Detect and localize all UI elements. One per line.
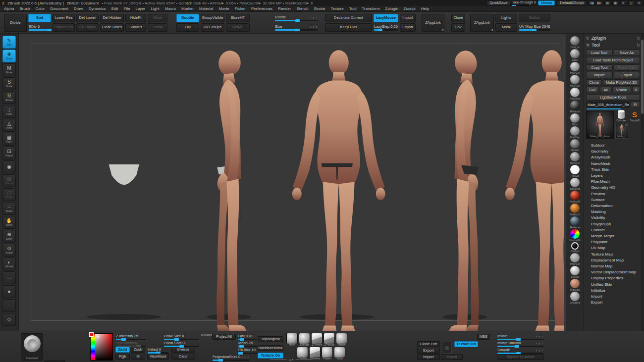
material-zmetal-18[interactable]: ZMetal <box>567 266 584 278</box>
slider-focal-shift-0[interactable]: Focal Shift 0 <box>163 340 199 348</box>
button-mask[interactable]: Mask <box>495 23 517 32</box>
material-jellybea-20[interactable]: JellyBea <box>567 292 584 304</box>
menu-macro[interactable]: Macro <box>165 6 176 11</box>
menu-zplugin[interactable]: Zplugin <box>385 6 398 11</box>
tool-male-035-animation-ready[interactable]: Male_035_Animation_Ready_ <box>586 102 630 108</box>
button-divide[interactable]: Divide <box>4 14 27 32</box>
left-shelf-scale[interactable]: SScale <box>2 77 16 90</box>
slider-handle[interactable] <box>378 29 382 31</box>
menu-marker[interactable]: Marker <box>181 6 194 11</box>
section-morph-target[interactable]: Morph Target <box>586 233 640 239</box>
material-reflecte-14[interactable]: Reflecte <box>567 216 584 229</box>
button-export-dim[interactable]: Export <box>441 354 463 360</box>
section-display-properties[interactable]: Display Properties <box>586 275 640 281</box>
button-del-lower[interactable]: Del Lower <box>76 14 99 22</box>
saturation-value-area[interactable] <box>95 334 112 360</box>
menu-picker[interactable]: Picker <box>235 6 246 11</box>
button-mbs[interactable]: MBS <box>477 334 490 340</box>
button-import[interactable]: Import <box>417 354 440 360</box>
left-shelf-draw[interactable]: ✚Draw <box>2 50 16 62</box>
material-matcap-7[interactable]: MatCap <box>567 126 584 139</box>
material-hsvcol-3[interactable]: HSVCol <box>567 75 584 87</box>
menu-layer[interactable]: Layer <box>135 6 145 11</box>
section-subtool[interactable]: Subtool <box>586 143 640 149</box>
left-shelf-icon-17[interactable]: ▭ <box>2 271 16 284</box>
button-clone-txtr[interactable]: Clone Txtr <box>417 341 440 347</box>
button-uv-groups[interactable]: Uv Groups <box>201 23 224 32</box>
button-backfacemask[interactable]: BackfaceMask <box>258 345 283 351</box>
menu-movie[interactable]: Movie <box>218 6 229 11</box>
section-export[interactable]: Export <box>586 300 640 306</box>
button-grow[interactable]: Grow <box>148 14 167 22</box>
button-projectall[interactable]: ProjectAll <box>212 334 236 340</box>
menu-edit[interactable]: Edit <box>111 6 118 11</box>
button-close-holes[interactable]: Close Holes <box>100 23 124 32</box>
material-blinn-6[interactable]: Blinn <box>567 113 584 126</box>
slider-uv-map-size-2048[interactable]: UV Map Size 2048 <box>519 23 550 32</box>
material-normalm-15[interactable]: NormalM <box>567 229 584 242</box>
tool-refresh-icon[interactable]: ↻ <box>637 43 640 48</box>
material-reflectr-12[interactable]: ReflectR <box>567 191 584 203</box>
section-normal-map[interactable]: Normal Map <box>586 263 640 269</box>
button-repeat-to-active[interactable]: Repeat To Active <box>497 354 544 360</box>
button-export[interactable]: Export <box>400 23 416 32</box>
button-topological[interactable]: Topological <box>258 336 283 342</box>
button-keep-uvs[interactable]: Keep UVs <box>325 23 372 32</box>
button-goz[interactable]: GoZ <box>451 23 465 32</box>
button-zapplink[interactable]: ZAppLink◢ <box>422 14 444 32</box>
left-shelf-actual[interactable]: ⊙Actual <box>2 244 16 257</box>
button-storemt[interactable]: StoreMT <box>226 14 250 22</box>
button-del-higher[interactable]: Del Higher <box>76 23 99 32</box>
button-texture-on-2[interactable]: Texture On <box>454 341 478 347</box>
material-matcap-19[interactable]: MatCap <box>567 279 584 291</box>
section-displacement-map[interactable]: Displacement Map <box>586 258 640 263</box>
section-unified-skin[interactable]: Unified Skin <box>586 282 640 288</box>
palette-config-icon[interactable]: ▤ <box>604 0 610 5</box>
button-showpt[interactable]: ShowPt <box>125 23 146 32</box>
button-smt[interactable]: Smt <box>28 14 51 22</box>
button-clone[interactable]: Clone <box>451 14 465 22</box>
slider-size[interactable]: Sizex y z <box>274 23 318 32</box>
material-reflecty-13[interactable]: ReflectY <box>567 204 584 216</box>
right-tray-toggle-icon[interactable]: ▮► <box>596 0 602 5</box>
button-viewmask[interactable]: ViewMask <box>147 354 169 360</box>
quick-brush-standar[interactable]: Standar <box>298 333 311 348</box>
section-geometry-hd[interactable]: Geometry HD <box>586 185 640 191</box>
material-reflecte-5[interactable]: Reflecte <box>567 101 584 113</box>
slider-handle[interactable] <box>218 359 223 362</box>
left-shelf-edit[interactable]: ✎Edit <box>2 36 16 49</box>
left-shelf-xpose[interactable]: ∴Xpose <box>2 202 16 215</box>
menu-render[interactable]: Render <box>278 6 291 11</box>
button-shrink[interactable]: Shrink <box>148 23 167 32</box>
material-hsvcol-17[interactable]: HSVCol <box>567 253 584 265</box>
slider-handle[interactable] <box>295 29 300 31</box>
tool-r[interactable]: R <box>632 87 640 93</box>
restore-button[interactable]: ◻ <box>628 0 634 5</box>
menu-document[interactable]: Document <box>51 6 68 11</box>
simple-brush-thumbnail[interactable]: S SimpleB <box>629 111 641 122</box>
section-deformation[interactable]: Deformation <box>586 203 640 209</box>
zplugin-refresh-icon[interactable]: ↻ <box>637 36 640 41</box>
section-surface[interactable]: Surface <box>586 197 640 203</box>
menu-color[interactable]: Color <box>35 6 45 11</box>
menu-zscript[interactable]: Zscript <box>404 6 416 11</box>
tool-save-as[interactable]: Save As <box>614 50 641 56</box>
button-zadd[interactable]: Zadd <box>115 347 130 353</box>
button-flip[interactable]: Flip <box>176 23 199 32</box>
current-tool-thumbnail[interactable]: Male_035_Anim <box>586 111 614 139</box>
tool-lightbox-tools[interactable]: Lightbox►Tools <box>586 94 640 101</box>
material-flatcol-10[interactable]: FlatCol <box>567 165 584 177</box>
quick-brush-move[interactable]: Move <box>286 333 298 348</box>
button-lazymouse[interactable]: LazyMouse <box>374 14 398 22</box>
color-picker[interactable] <box>90 333 113 361</box>
menu-file[interactable]: File <box>124 6 130 11</box>
left-shelf-floor[interactable]: ⊥Floor <box>2 105 16 118</box>
section-arraymesh[interactable]: ArrayMesh <box>586 155 640 160</box>
zplugin-panel-header[interactable]: ↻ Zplugin ↻ <box>586 35 640 42</box>
viewport-canvas[interactable] <box>19 34 566 331</box>
tool-make-polymesh3d[interactable]: Make PolyMesh3D <box>603 79 640 86</box>
section-texture-map[interactable]: Texture Map <box>586 252 640 258</box>
menu-alpha[interactable]: Alpha <box>4 6 14 11</box>
menu-transform[interactable]: Transform <box>362 6 379 11</box>
slider-sdiv-6[interactable]: SDiv 6 <box>28 23 51 32</box>
